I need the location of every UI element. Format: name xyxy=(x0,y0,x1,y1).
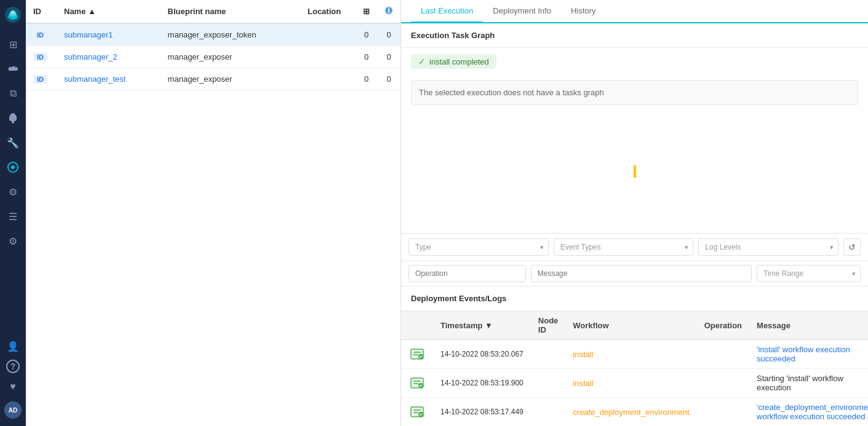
time-range-filter-container: Time Range xyxy=(757,265,861,282)
status-label: install completed xyxy=(429,57,489,66)
execution-task-graph-section: Execution Task Graph ✓ install completed… xyxy=(401,23,868,233)
tabs-bar: Last Execution Deployment Info History xyxy=(401,0,868,23)
copy-nav-icon[interactable]: ⧉ xyxy=(2,82,24,105)
svg-point-15 xyxy=(418,383,423,388)
svg-text:i: i xyxy=(388,6,390,15)
type-filter-select[interactable]: Type xyxy=(408,239,549,256)
event-status-icon xyxy=(408,345,426,363)
event-timestamp-cell: 14-10-2022 08:53:20.067 xyxy=(433,340,531,369)
heart-nav-icon[interactable]: ♥ xyxy=(2,376,24,398)
events-col-operation-header[interactable]: Operation xyxy=(697,311,749,340)
event-timestamp-cell: 14-10-2022 08:53:19.900 xyxy=(433,369,531,398)
event-message-cell: 'install' workflow execution succeeded xyxy=(749,340,868,369)
refresh-button[interactable]: ↺ xyxy=(843,239,861,256)
user-nav-icon[interactable]: 👤 xyxy=(2,335,24,357)
row-val2-cell: 0 xyxy=(377,46,400,68)
row-val1-cell: 0 xyxy=(356,46,377,68)
no-graph-message: The selected execution does not have a t… xyxy=(411,80,858,105)
execution-task-graph-header: Execution Task Graph xyxy=(401,23,868,48)
right-panel-content: Execution Task Graph ✓ install completed… xyxy=(401,23,868,426)
check-icon: ✓ xyxy=(418,57,426,66)
rocket-nav-icon[interactable] xyxy=(2,107,24,129)
deployments-table: ID Name ▲ Blueprint name Location ⊞ i xyxy=(26,0,400,90)
col-icon1-header: ⊞ xyxy=(356,0,377,23)
svg-point-5 xyxy=(11,165,15,169)
col-id-header[interactable]: ID xyxy=(26,0,57,23)
time-range-filter-select[interactable]: Time Range xyxy=(757,265,861,282)
row-location-cell xyxy=(300,23,356,46)
tab-last-execution[interactable]: Last Execution xyxy=(411,0,483,23)
status-badge: ✓ install completed xyxy=(411,54,496,69)
list-nav-icon[interactable]: ☰ xyxy=(2,205,24,227)
row-val2-cell: 0 xyxy=(377,68,400,90)
events-table-row: 14-10-2022 08:53:19.900 install Starting… xyxy=(401,369,868,398)
row-name-cell[interactable]: submanager_2 xyxy=(57,46,161,68)
tab-deployment-info[interactable]: Deployment Info xyxy=(483,0,561,23)
gear-cog-nav-icon[interactable]: ⚙ xyxy=(2,181,24,203)
dashboard-icon[interactable]: ⊞ xyxy=(2,33,24,55)
event-operation-cell xyxy=(697,398,749,427)
filter-row-2: Time Range xyxy=(401,261,868,286)
row-location-cell xyxy=(300,68,356,90)
event-message-cell: Starting 'install' workflow execution xyxy=(749,369,868,398)
wrench-nav-icon[interactable]: 🔧 xyxy=(2,132,24,154)
right-panel: Last Execution Deployment Info History E… xyxy=(401,0,868,426)
table-header-row: ID Name ▲ Blueprint name Location ⊞ i xyxy=(26,0,400,23)
col-name-header[interactable]: Name ▲ xyxy=(57,0,161,23)
event-nodeid-cell xyxy=(531,369,566,398)
main-content: ID Name ▲ Blueprint name Location ⊞ i xyxy=(26,0,868,426)
row-blueprint-cell: manager_exposer_token xyxy=(161,23,300,46)
row-name-cell[interactable]: submanager_test xyxy=(57,68,161,90)
events-table-header-row: Timestamp ▼ Node ID Workflow Operation xyxy=(401,311,868,340)
type-filter-container: Type xyxy=(408,239,549,256)
event-workflow-cell: install xyxy=(565,369,696,398)
col-blueprint-header[interactable]: Blueprint name xyxy=(161,0,300,23)
cloud-nav-icon[interactable] xyxy=(2,58,24,80)
events-col-timestamp-header[interactable]: Timestamp ▼ xyxy=(433,311,531,340)
sidebar: ⊞ ⧉ 🔧 ⚙ ☰ ⚙ 👤 ? ♥ AD xyxy=(0,0,26,426)
table-row[interactable]: ID submanager_test manager_exposer 0 0 xyxy=(26,68,400,90)
log-levels-filter-container: Log Levels xyxy=(698,239,838,256)
graph-area xyxy=(401,110,868,233)
event-timestamp-cell: 14-10-2022 08:53:17.449 xyxy=(433,398,531,427)
event-status-icon xyxy=(408,403,426,420)
settings-nav-icon[interactable]: ⚙ xyxy=(2,230,24,252)
events-table-row: 14-10-2022 08:53:20.067 install 'install… xyxy=(401,340,868,369)
graph-tick-indicator xyxy=(634,165,636,178)
event-operation-cell xyxy=(697,369,749,398)
col-location-header[interactable]: Location xyxy=(300,0,356,23)
row-name-cell[interactable]: submanager1 xyxy=(57,23,161,46)
tab-history[interactable]: History xyxy=(561,0,605,23)
event-nodeid-cell xyxy=(531,398,566,427)
deployments-list-panel: ID Name ▲ Blueprint name Location ⊞ i xyxy=(26,0,401,426)
table-row[interactable]: ID submanager_2 manager_exposer 0 0 xyxy=(26,46,400,68)
events-table: Timestamp ▼ Node ID Workflow Operation xyxy=(401,311,868,426)
event-types-filter-select[interactable]: Event Types xyxy=(554,239,694,256)
deployments-nav-icon[interactable] xyxy=(2,156,24,178)
events-col-nodeid-header[interactable]: Node ID xyxy=(531,311,566,340)
events-col-message-header[interactable]: Message xyxy=(749,311,868,340)
event-workflow-cell: create_deployment_environment xyxy=(565,398,696,427)
event-message-cell: 'create_deployment_environment' workflow… xyxy=(749,398,868,427)
event-icon-cell xyxy=(401,340,433,369)
svg-point-19 xyxy=(418,412,423,417)
svg-point-11 xyxy=(418,354,423,359)
event-status-icon xyxy=(408,374,426,392)
events-logs-section: Deployment Events/Logs Timestamp ▼ Node … xyxy=(401,286,868,426)
row-val1-cell: 0 xyxy=(356,23,377,46)
log-levels-filter-select[interactable]: Log Levels xyxy=(698,239,838,256)
operation-filter-input[interactable] xyxy=(408,265,526,282)
event-nodeid-cell xyxy=(531,340,566,369)
row-location-cell xyxy=(300,46,356,68)
message-filter-input[interactable] xyxy=(531,265,752,282)
col-icon2-header: i xyxy=(377,0,400,23)
table-row[interactable]: ID submanager1 manager_exposer_token 0 0 xyxy=(26,23,400,46)
avatar[interactable]: AD xyxy=(4,401,22,419)
help-nav-icon[interactable]: ? xyxy=(6,360,20,373)
row-id-cell: ID xyxy=(26,46,57,68)
svg-point-3 xyxy=(10,10,15,14)
events-logs-header: Deployment Events/Logs xyxy=(401,286,868,311)
event-operation-cell xyxy=(697,340,749,369)
events-col-workflow-header[interactable]: Workflow xyxy=(565,311,696,340)
logo-icon[interactable] xyxy=(3,5,23,25)
